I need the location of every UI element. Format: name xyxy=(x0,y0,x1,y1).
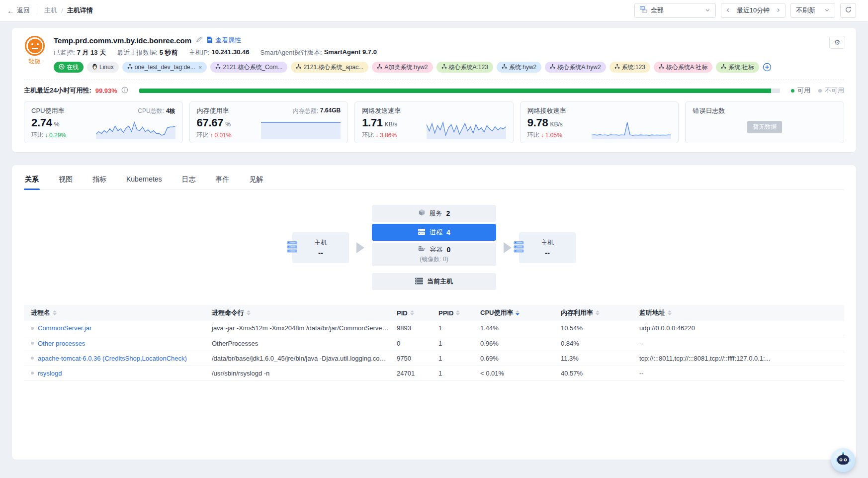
tag-label: 核心系统A:123 xyxy=(449,63,488,72)
host-tag[interactable]: 系统:123 xyxy=(609,62,650,73)
relation-node-downstream-host[interactable]: 主机 -- xyxy=(519,232,576,263)
host-tag[interactable]: 系统:社标 xyxy=(716,62,759,73)
trend-value: 0.01% xyxy=(215,132,232,139)
severity-label: 轻微 xyxy=(29,57,41,66)
legend-item: 不可用 xyxy=(818,86,844,95)
host-tag[interactable]: one_test_dev_tag:de...× xyxy=(122,62,207,73)
tab-指标[interactable]: 指标 xyxy=(91,170,107,190)
host-tag[interactable]: 系统:hyw2 xyxy=(497,62,541,73)
tab-事件[interactable]: 事件 xyxy=(215,170,231,190)
sort-icon[interactable] xyxy=(516,310,520,315)
cell-memory: 11.3% xyxy=(557,351,635,366)
availability-row: 主机最近24小时可用性: 99.93% 可用不可用 xyxy=(24,86,844,95)
divider xyxy=(24,80,844,80)
info-circle-icon[interactable] xyxy=(121,87,128,95)
host-tag[interactable]: 2121:核心系统_Com... xyxy=(210,62,287,73)
arrow-left-icon: ← xyxy=(7,6,14,15)
process-link[interactable]: apache-tomcat-6.0.36 (CreditsShop,Locati… xyxy=(38,355,187,362)
host-tag[interactable]: 核心系统A:社标 xyxy=(654,62,712,73)
host-tag[interactable]: 在线 xyxy=(54,62,84,73)
trend-value: 3.86% xyxy=(380,132,397,139)
column-header-监听地址[interactable]: 监听地址 xyxy=(635,305,844,321)
view-properties-link[interactable]: 查看属性 xyxy=(207,36,241,45)
host-tag[interactable]: A加类系统:hyw2 xyxy=(372,62,433,73)
column-label: PPID xyxy=(438,309,453,317)
host-tag[interactable]: Linux xyxy=(87,62,119,73)
column-header-PID[interactable]: PID xyxy=(393,305,434,321)
host-tag[interactable]: 2121:核心系统_apac... xyxy=(291,62,368,73)
tab-见解[interactable]: 见解 xyxy=(249,170,264,190)
column-header-内存利用率[interactable]: 内存利用率 xyxy=(557,305,635,321)
metric-sparkline xyxy=(427,116,506,139)
sort-icon[interactable] xyxy=(596,310,600,315)
cluster-icon xyxy=(502,64,507,71)
sort-icon[interactable] xyxy=(410,310,414,315)
tab-关系[interactable]: 关系 xyxy=(24,170,40,190)
time-next-button[interactable] xyxy=(776,7,781,14)
arrow-down-icon: ↓ xyxy=(375,132,378,139)
status-dot-icon xyxy=(31,357,34,360)
column-header-进程命令行[interactable]: 进程命令行 xyxy=(208,305,393,321)
sort-icon[interactable] xyxy=(53,310,57,315)
relation-node-label: 容器 xyxy=(430,245,443,254)
metric-value: 1.71 xyxy=(362,116,383,129)
column-label: 进程命令行 xyxy=(212,308,244,317)
column-header-CPU使用率[interactable]: CPU使用率 xyxy=(476,305,557,321)
edit-host-name-button[interactable] xyxy=(196,36,202,44)
host-tag[interactable]: 核心系统A:123 xyxy=(436,62,493,73)
back-button[interactable]: ← 返回 xyxy=(7,6,30,15)
host-meta-row: 已监控:7 月 13 天最近上报数据:5 秒前主机IP:10.241.30.46… xyxy=(54,48,844,57)
column-header-PPID[interactable]: PPID xyxy=(434,305,476,321)
cell-listen-address: udp://0.0.0.0:46220 xyxy=(635,321,844,336)
metric-value: 9.78 xyxy=(527,116,548,129)
refresh-icon xyxy=(845,6,852,15)
cell-memory: 10.54% xyxy=(557,321,635,336)
cell-process-name: CommonServer.jar xyxy=(24,321,208,336)
relation-node-容器[interactable]: 容器0(镜像数: 0) xyxy=(372,243,496,266)
no-data-badge: 暂无数据 xyxy=(747,121,782,133)
tab-视图[interactable]: 视图 xyxy=(58,170,74,190)
legend-dot-icon xyxy=(791,89,794,93)
relation-node-当前主机[interactable]: 当前主机 xyxy=(372,273,496,290)
penguin-icon xyxy=(92,63,97,71)
relation-node-进程[interactable]: 进程4 xyxy=(372,224,496,241)
relation-node-服务[interactable]: 服务2 xyxy=(372,205,496,222)
metric-unit: KB/s xyxy=(385,121,397,128)
arrow-down-icon: ↓ xyxy=(45,132,48,139)
card-settings-button[interactable]: ⚙ xyxy=(829,36,845,49)
trend-label: 环比 xyxy=(362,131,374,139)
process-link[interactable]: Other processes xyxy=(38,340,85,347)
scope-select[interactable]: 全部 xyxy=(634,3,716,18)
metric-title: 网络接收速率 xyxy=(527,106,566,115)
tab-Kubernetes[interactable]: Kubernetes xyxy=(125,170,163,190)
add-tag-button[interactable] xyxy=(763,63,772,72)
process-link[interactable]: CommonServer.jar xyxy=(38,324,91,332)
assistant-robot-button[interactable] xyxy=(831,448,855,472)
cell-cpu: 0.96% xyxy=(476,336,557,351)
cell-cpu: 0.69% xyxy=(476,351,557,366)
tag-label: 在线 xyxy=(67,63,79,72)
availability-legend: 可用不可用 xyxy=(791,86,844,95)
tag-close-icon[interactable]: × xyxy=(198,64,202,71)
sort-icon[interactable] xyxy=(247,310,251,315)
metric-sparkline xyxy=(96,116,175,139)
sort-icon[interactable] xyxy=(456,310,460,315)
hosts-icon xyxy=(640,6,647,14)
host-tag[interactable]: 核心系统A:hyw2 xyxy=(545,62,606,73)
trend-label: 环比 xyxy=(197,131,209,139)
arrow-right-icon xyxy=(504,242,512,253)
relation-node-upstream-host[interactable]: 主机 -- xyxy=(292,232,349,263)
relation-center-column: 服务2进程4容器0(镜像数: 0)当前主机 xyxy=(372,205,496,290)
meta-label: 主机IP: xyxy=(189,48,210,57)
column-header-进程名[interactable]: 进程名 xyxy=(24,305,208,321)
breadcrumb-host[interactable]: 主机 xyxy=(44,6,57,15)
docker-whale-icon xyxy=(418,246,426,254)
time-range-label[interactable]: 最近10分钟 xyxy=(731,6,776,15)
process-link[interactable]: rsyslogd xyxy=(38,370,62,377)
refresh-button[interactable] xyxy=(840,3,856,18)
sort-icon[interactable] xyxy=(668,310,672,315)
refresh-mode-select[interactable]: 不刷新 xyxy=(790,3,835,18)
time-prev-button[interactable] xyxy=(725,7,731,14)
cell-command: java -jar -Xms512m -Xmx2048m /data/br/ja… xyxy=(208,321,393,336)
tab-日志[interactable]: 日志 xyxy=(181,170,197,190)
